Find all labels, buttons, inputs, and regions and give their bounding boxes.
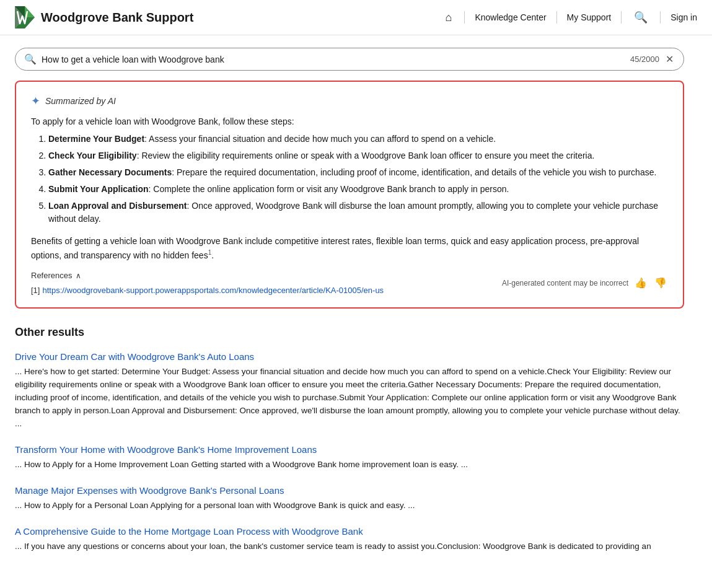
search-icon: 🔍 [24, 53, 37, 65]
ref-num: [1] [31, 286, 40, 295]
ai-step-item: Determine Your Budget: Assess your finan… [48, 133, 668, 146]
ai-step-item: Submit Your Application: Complete the on… [48, 183, 668, 196]
search-char-count: 45/2000 [630, 55, 659, 64]
chevron-up-icon: ∧ [76, 271, 81, 280]
ai-disclaimer: AI-generated content may be incorrect 👍 … [502, 277, 668, 289]
ref-link[interactable]: https://woodgrovebank-support.powerappsp… [42, 286, 384, 295]
result-title-link[interactable]: Transform Your Home with Woodgrove Bank'… [15, 444, 684, 455]
ai-steps-list: Determine Your Budget: Assess your finan… [31, 133, 668, 226]
results-list: Drive Your Dream Car with Woodgrove Bank… [15, 351, 697, 553]
search-container: 🔍 45/2000 ✕ [0, 35, 712, 81]
result-snippet: ... How to Apply for a Home Improvement … [15, 459, 684, 472]
references-label: References [31, 271, 72, 280]
result-item: Transform Your Home with Woodgrove Bank'… [15, 444, 684, 472]
nav-divider-4 [660, 11, 661, 24]
logo-icon [15, 6, 35, 29]
result-item: A Comprehensive Guide to the Home Mortga… [15, 526, 684, 553]
reference-item: [1]https://woodgrovebank-support.powerap… [31, 285, 384, 295]
site-title: Woodgrove Bank Support [41, 11, 193, 25]
ai-benefit-end: . [211, 250, 214, 260]
disclaimer-text: AI-generated content may be incorrect [502, 279, 628, 287]
nav-divider-3 [621, 11, 622, 24]
result-snippet: ... If you have any questions or concern… [15, 540, 684, 553]
ai-step-item: Loan Approval and Disbursement: Once app… [48, 200, 668, 226]
ai-benefit-text: Benefits of getting a vehicle loan with … [31, 234, 668, 262]
home-icon[interactable]: ⌂ [443, 9, 455, 27]
ai-sparkle-icon: ✦ [31, 94, 40, 108]
result-title-link[interactable]: A Comprehensive Guide to the Home Mortga… [15, 526, 684, 537]
result-item: Drive Your Dream Car with Woodgrove Bank… [15, 351, 684, 431]
search-input[interactable] [42, 55, 625, 64]
ai-summary-box: ✦ Summarized by AI To apply for a vehicl… [15, 81, 684, 309]
result-title-link[interactable]: Manage Major Expenses with Woodgrove Ban… [15, 485, 684, 496]
main-content: ✦ Summarized by AI To apply for a vehicl… [0, 81, 712, 582]
result-snippet: ... Here's how to get started: Determine… [15, 366, 684, 431]
references-section: References ∧ [1]https://woodgrovebank-su… [31, 271, 384, 295]
ai-intro-text: To apply for a vehicle loan with Woodgro… [31, 116, 668, 126]
logo-container: Woodgrove Bank Support [15, 6, 193, 29]
search-box: 🔍 45/2000 ✕ [15, 48, 684, 71]
nav-divider-2 [556, 11, 557, 24]
header: Woodgrove Bank Support ⌂ Knowledge Cente… [0, 0, 712, 35]
nav-divider-1 [464, 11, 465, 24]
ai-step-item: Check Your Eligibility: Review the eligi… [48, 149, 668, 162]
my-support-link[interactable]: My Support [567, 12, 612, 22]
search-clear-button[interactable]: ✕ [664, 53, 675, 65]
ai-benefit-content: Benefits of getting a vehicle loan with … [31, 236, 639, 260]
header-nav: ⌂ Knowledge Center My Support 🔍 Sign in [443, 8, 697, 27]
sign-in-link[interactable]: Sign in [670, 12, 697, 22]
ai-summary-label: Summarized by AI [45, 96, 116, 106]
thumbs-down-button[interactable]: 👎 [653, 277, 668, 289]
ai-footer: References ∧ [1]https://woodgrovebank-su… [31, 271, 668, 295]
ai-summary-header: ✦ Summarized by AI [31, 94, 668, 108]
thumbs-up-button[interactable]: 👍 [633, 277, 648, 289]
result-snippet: ... How to Apply for a Personal Loan App… [15, 499, 684, 512]
ai-step-item: Gather Necessary Documents: Prepare the … [48, 166, 668, 179]
knowledge-center-link[interactable]: Knowledge Center [475, 12, 546, 22]
result-item: Manage Major Expenses with Woodgrove Ban… [15, 485, 684, 512]
result-title-link[interactable]: Drive Your Dream Car with Woodgrove Bank… [15, 351, 684, 362]
references-toggle-button[interactable]: References ∧ [31, 271, 81, 280]
references-list: [1]https://woodgrovebank-support.powerap… [31, 285, 384, 295]
other-results-title: Other results [15, 326, 697, 339]
search-icon-button[interactable]: 🔍 [631, 8, 650, 27]
